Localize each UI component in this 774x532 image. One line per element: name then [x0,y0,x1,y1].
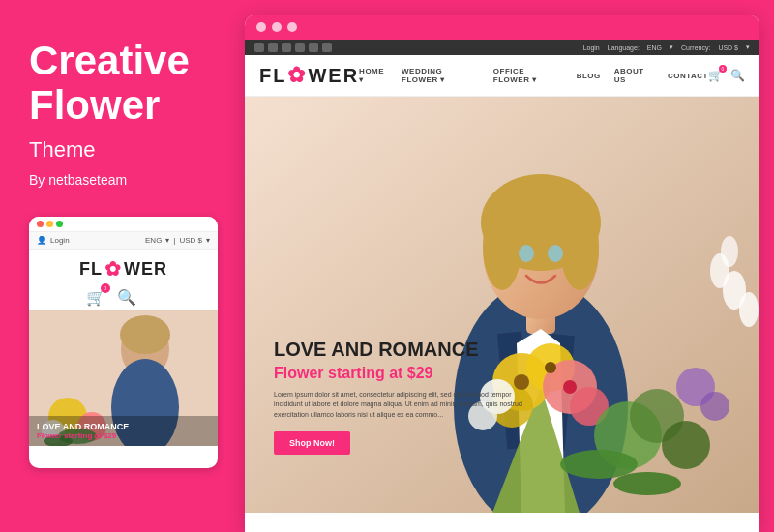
desktop-search-icon[interactable]: 🔍 [730,69,745,82]
mobile-utility-bar: 👤 Login ENG ▾ | USD $ ▾ [29,232,218,250]
nav-about[interactable]: ABOUT US [614,67,654,84]
nav-blog[interactable]: BLOG [577,72,601,80]
social-icon-3[interactable] [282,43,291,52]
social-icon-2[interactable] [268,43,278,52]
mobile-dot-red [37,221,44,227]
hero-price: Flower starting at $29 [274,365,525,382]
mobile-logo-before: FL [79,259,103,280]
mobile-window-dots [37,221,63,227]
social-icon-4[interactable] [295,43,305,52]
svg-point-39 [739,292,759,327]
svg-point-17 [548,245,563,262]
mobile-logo-after: WER [124,259,167,280]
svg-point-41 [560,450,638,479]
svg-point-15 [560,203,599,290]
desktop-logo-before: FL [259,65,286,87]
desktop-browser: Login Language: ENG ▾ Currency: USD $ ▾ … [245,15,759,532]
social-icon-6[interactable] [322,43,332,52]
mobile-preview: 👤 Login ENG ▾ | USD $ ▾ FL ✿ WER 🛒 0 [29,217,218,468]
browser-dot-minimize[interactable] [272,22,282,32]
utility-currency-label: Currency: [681,44,710,51]
mobile-hero-subtitle: Flower starting at $29 [37,431,210,440]
desktop-utility-bar: Login Language: ENG ▾ Currency: USD $ ▾ [245,40,759,55]
desktop-hero: LOVE AND ROMANCE Flower starting at $29 … [245,97,759,513]
svg-point-42 [613,472,681,495]
mobile-cart[interactable]: 🛒 0 [86,288,105,307]
mobile-lang[interactable]: ENG [145,236,162,245]
svg-point-16 [519,245,534,262]
left-sidebar: Creative Flower Theme By netbaseteam 👤 L… [0,0,240,532]
desktop-site: Login Language: ENG ▾ Currency: USD $ ▾ … [245,40,759,532]
mobile-sep: | [173,236,175,245]
mobile-dot-yellow [46,221,53,227]
nav-wedding[interactable]: WEDDING FLOWER ▾ [402,67,480,84]
svg-point-3 [120,315,170,354]
browser-chrome [245,15,759,40]
mobile-logo-area: FL ✿ WER [29,250,218,284]
hero-title: LOVE AND ROMANCE [274,338,525,361]
browser-dot-close[interactable] [256,22,266,32]
desktop-nav-links: HOME ▾ WEDDING FLOWER ▾ OFFICE FLOWER ▾ … [359,67,708,84]
utility-login[interactable]: Login [583,44,600,51]
mobile-search-icon[interactable]: 🔍 [117,288,136,307]
utility-lang-label: Language: [608,44,640,51]
desktop-logo[interactable]: FL ✿ WER [259,63,359,88]
desktop-nav-icons: 🛒 0 🔍 [708,69,745,82]
mobile-currency[interactable]: USD $ [179,236,202,245]
mobile-cart-badge: 0 [101,283,110,293]
mobile-hero-title: LOVE AND ROMANCE [37,422,210,431]
mobile-menu-icon[interactable]: ☰ [148,288,162,307]
mobile-hero-overlay: LOVE AND ROMANCE Flower starting at $29 [29,416,218,446]
svg-point-40 [721,236,738,267]
mobile-login-icon: 👤 [37,236,46,245]
mobile-logo[interactable]: FL ✿ WER [79,257,167,281]
desktop-cart-badge: 0 [719,65,727,73]
browser-dot-maximize[interactable] [287,22,297,32]
svg-point-36 [700,392,729,421]
svg-point-31 [563,380,577,394]
theme-author: By netbaseteam [29,172,211,188]
mobile-browser-chrome [29,217,218,232]
desktop-logo-after: WER [308,65,359,87]
nav-contact[interactable]: CONTACT [668,72,708,80]
desktop-logo-flower-icon: ✿ [287,63,307,88]
mobile-login-label[interactable]: Login [50,236,70,245]
utility-currency-arrow: ▾ [746,44,750,51]
theme-subtitle: Theme [29,137,211,163]
utility-right: Login Language: ENG ▾ Currency: USD $ ▾ [583,44,750,51]
mobile-lang-currency: ENG ▾ | USD $ ▾ [145,236,210,245]
hero-body-text: Lorem ipsum dolor sit amet, consectetur … [274,390,525,421]
mobile-hero: LOVE AND ROMANCE Flower starting at $29 [29,310,218,446]
svg-point-30 [545,362,556,373]
theme-title: Creative Flower [29,39,211,128]
svg-point-34 [662,421,710,469]
utility-lang-value[interactable]: ENG [647,44,662,51]
mobile-lang-arrow: ▾ [165,236,169,245]
nav-office[interactable]: OFFICE FLOWER ▾ [493,67,563,84]
utility-currency-value[interactable]: USD $ [718,44,738,51]
nav-home[interactable]: HOME ▾ [359,67,388,84]
mobile-logo-flower-icon: ✿ [104,257,122,281]
utility-lang-arrow: ▾ [670,44,673,51]
desktop-cart[interactable]: 🛒 0 [708,69,723,82]
mobile-dot-green [56,221,63,227]
shop-now-button[interactable]: Shop Now! [274,431,350,455]
mobile-icons-row: 🛒 0 🔍 ☰ [29,284,218,310]
social-icon-5[interactable] [309,43,318,52]
social-icon-1[interactable] [254,43,264,52]
hero-content: LOVE AND ROMANCE Flower starting at $29 … [274,338,525,456]
svg-point-14 [483,203,521,290]
mobile-currency-arrow: ▾ [206,236,210,245]
desktop-nav: FL ✿ WER HOME ▾ WEDDING FLOWER ▾ OFFICE … [245,55,759,97]
utility-social-icons [254,43,332,52]
mobile-login-area: 👤 Login [37,236,70,245]
